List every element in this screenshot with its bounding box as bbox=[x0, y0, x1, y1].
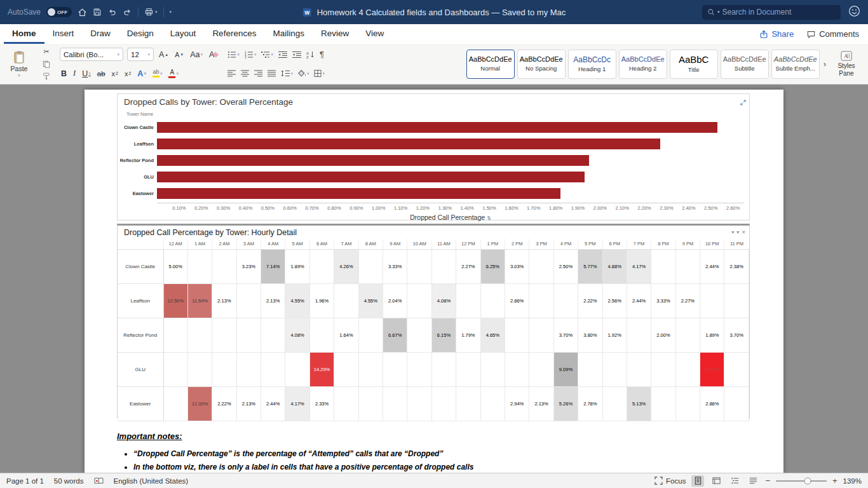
word-count[interactable]: 50 words bbox=[54, 477, 84, 485]
style-card-no-spacing[interactable]: AaBbCcDdEeNo Spacing bbox=[517, 50, 566, 79]
expand-icon[interactable] bbox=[740, 97, 746, 108]
sort-icon[interactable]: ⇅ bbox=[487, 215, 491, 221]
zoom-slider-knob[interactable] bbox=[804, 477, 811, 484]
toolbar-overflow-icon[interactable]: ▾ bbox=[170, 10, 172, 15]
format-painter-button[interactable] bbox=[41, 71, 52, 81]
bullet-list-button[interactable]: ▾ bbox=[227, 51, 240, 58]
justify-button[interactable] bbox=[267, 70, 276, 77]
underline-button[interactable]: U▾ bbox=[81, 69, 92, 78]
multilevel-list-button[interactable]: ▾ bbox=[261, 51, 274, 58]
tab-home[interactable]: Home bbox=[4, 24, 44, 44]
highlight-color-button[interactable]: ab▾ bbox=[151, 69, 164, 78]
paste-button[interactable]: Paste ▾ bbox=[5, 46, 33, 81]
heatmap-cell bbox=[675, 318, 700, 352]
align-right-button[interactable] bbox=[254, 70, 263, 77]
styles-pane-button[interactable]: A Styles Pane bbox=[830, 51, 863, 77]
outline-view-button[interactable] bbox=[728, 475, 741, 487]
viz-controls[interactable]: ▾ ▾ × bbox=[731, 229, 745, 236]
text-effects-button[interactable]: A▾ bbox=[136, 69, 147, 78]
embedded-heatmap[interactable]: Dropped Call Percentage by Tower: Hourly… bbox=[117, 224, 750, 419]
heatmap-cell: 5.77% bbox=[578, 249, 602, 283]
font-size-combo[interactable]: 12▾ bbox=[127, 48, 154, 61]
print-layout-view-button[interactable] bbox=[691, 475, 704, 487]
zoom-level[interactable]: 139% bbox=[843, 477, 862, 485]
align-left-button[interactable] bbox=[227, 70, 236, 77]
numbered-list-icon: 123 bbox=[245, 51, 254, 58]
sort-button[interactable]: AZ bbox=[306, 51, 315, 58]
comment-icon bbox=[806, 30, 816, 39]
cut-button[interactable]: ✂ bbox=[41, 47, 52, 57]
search-box[interactable]: ▾ bbox=[702, 5, 841, 20]
decrease-indent-button[interactable] bbox=[278, 51, 288, 58]
increase-indent-button[interactable] bbox=[292, 51, 302, 58]
heatmap-cell: 1.89% bbox=[700, 318, 724, 352]
autosave-toggle[interactable]: OFF bbox=[46, 7, 72, 17]
tab-references[interactable]: References bbox=[204, 24, 264, 44]
chevron-down-icon[interactable]: ▾ bbox=[736, 229, 739, 235]
clear-formatting-button[interactable]: A bbox=[208, 50, 219, 59]
redo-icon[interactable] bbox=[123, 8, 132, 17]
focus-toggle[interactable]: Focus bbox=[654, 477, 686, 485]
spellcheck-button[interactable] bbox=[94, 477, 104, 485]
copy-button[interactable] bbox=[41, 59, 52, 69]
page-count[interactable]: Page 1 of 1 bbox=[6, 477, 44, 485]
chevron-down-icon[interactable]: ▾ bbox=[731, 229, 734, 235]
autosave-state: OFF bbox=[57, 10, 67, 15]
zoom-slider[interactable] bbox=[776, 480, 827, 482]
borders-button[interactable]: ▾ bbox=[313, 70, 325, 77]
language-selector[interactable]: English (United States) bbox=[114, 477, 189, 485]
x-tick-label: 1.30% bbox=[438, 205, 452, 211]
zoom-in-button[interactable]: + bbox=[832, 476, 837, 485]
embedded-bar-chart[interactable]: Dropped Calls by Tower: Overall Percenta… bbox=[117, 93, 750, 220]
search-scope-chevron-icon[interactable]: ▾ bbox=[717, 10, 720, 15]
home-icon[interactable] bbox=[78, 8, 87, 17]
style-card-subtitle[interactable]: AaBbCcDdEeSubtitle bbox=[721, 50, 769, 79]
subscript-button[interactable]: x2 bbox=[111, 70, 119, 78]
draft-view-button[interactable] bbox=[747, 475, 759, 487]
document-page[interactable]: Dropped Calls by Tower: Overall Percenta… bbox=[85, 90, 783, 473]
search-input[interactable] bbox=[722, 8, 836, 17]
style-card-normal[interactable]: AaBbCcDdEeNormal bbox=[466, 50, 515, 79]
style-card-title[interactable]: AaBbCTitle bbox=[670, 50, 718, 79]
comments-button[interactable]: Comments bbox=[806, 29, 859, 39]
styles-more-button[interactable]: › bbox=[822, 59, 827, 69]
change-case-button[interactable]: Aa▾ bbox=[189, 50, 204, 59]
shrink-font-button[interactable]: A▼ bbox=[173, 51, 185, 58]
heatmap-cell: 1.96% bbox=[309, 283, 334, 318]
font-color-button[interactable]: A▾ bbox=[167, 69, 180, 78]
font-name-combo[interactable]: Calibri (Bo...▾ bbox=[60, 48, 123, 61]
share-button[interactable]: Share bbox=[759, 29, 794, 39]
style-card-heading-2[interactable]: AaBbCcDdEeHeading 2 bbox=[619, 50, 667, 79]
save-icon[interactable] bbox=[93, 8, 102, 17]
italic-button[interactable]: I bbox=[72, 69, 77, 78]
grow-font-button[interactable]: A▲ bbox=[158, 50, 170, 59]
tab-review[interactable]: Review bbox=[313, 24, 357, 44]
heatmap-cell: 2.13% bbox=[261, 283, 285, 318]
tab-design[interactable]: Design bbox=[119, 24, 162, 44]
style-card-subtle-emph[interactable]: AaBbCcDdEeSubtle Emph... bbox=[771, 50, 820, 79]
numbered-list-button[interactable]: 123▾ bbox=[244, 51, 257, 58]
undo-icon[interactable] bbox=[107, 8, 117, 17]
web-layout-view-button[interactable] bbox=[710, 475, 722, 487]
heatmap-cell bbox=[724, 283, 749, 318]
x-tick-label: 2.30% bbox=[660, 205, 673, 211]
shading-button[interactable]: ▾ bbox=[297, 70, 310, 77]
line-spacing-button[interactable]: ▾ bbox=[280, 70, 294, 77]
zoom-out-button[interactable]: − bbox=[765, 476, 770, 485]
superscript-button[interactable]: x2 bbox=[123, 70, 132, 78]
tab-view[interactable]: View bbox=[357, 24, 392, 44]
feedback-smiley-icon[interactable] bbox=[848, 5, 860, 19]
tab-mailings[interactable]: Mailings bbox=[264, 24, 313, 44]
tab-insert[interactable]: Insert bbox=[44, 24, 83, 44]
borders-grid-icon bbox=[314, 70, 322, 77]
tab-draw[interactable]: Draw bbox=[82, 24, 119, 44]
align-center-button[interactable] bbox=[240, 70, 250, 77]
print-icon[interactable]: ▾ bbox=[144, 8, 158, 17]
bold-button[interactable]: B bbox=[60, 69, 68, 78]
style-card-heading-1[interactable]: AaBbCcDcHeading 1 bbox=[568, 50, 616, 79]
strikethrough-button[interactable]: ab bbox=[96, 70, 107, 78]
document-canvas[interactable]: Dropped Calls by Tower: Overall Percenta… bbox=[0, 85, 868, 473]
tab-layout[interactable]: Layout bbox=[162, 24, 205, 44]
show-paragraph-marks-button[interactable]: ¶ bbox=[319, 50, 325, 59]
close-icon[interactable]: × bbox=[742, 229, 745, 236]
